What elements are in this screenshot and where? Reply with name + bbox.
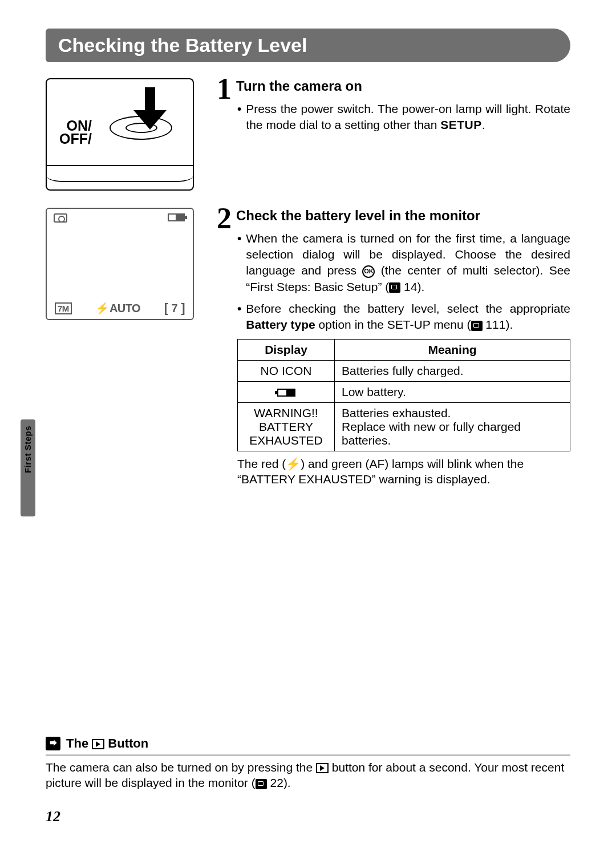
table-row: WARNING!! BATTERY EXHAUSTEDBatteries exh… (238, 402, 570, 451)
setup-mode-label: SETUP (440, 118, 482, 131)
battery-status-table: Display Meaning NO ICONBatteries fully c… (237, 339, 570, 451)
playback-button-icon (316, 763, 329, 773)
step-2-number: 2 (217, 207, 232, 231)
step-1-number: 1 (217, 77, 232, 101)
table-row: Low battery. (238, 381, 570, 402)
col-meaning: Meaning (335, 339, 570, 360)
step-2-title: Check the battery level in the monitor (236, 208, 480, 224)
col-display: Display (238, 339, 335, 360)
display-cell: WARNING!! BATTERY EXHAUSTED (238, 402, 335, 451)
off-label: OFF (59, 131, 88, 147)
info-icon (46, 737, 60, 750)
page-ref-icon (256, 779, 267, 789)
battery-icon (168, 213, 185, 221)
meaning-cell: Low battery. (335, 381, 570, 402)
table-footnote: The red (⚡) and green (AF) lamps will bl… (217, 456, 570, 487)
step-1-title: Turn the camera on (236, 78, 362, 94)
chapter-side-label: First Steps (23, 426, 33, 473)
playback-button-icon (92, 739, 104, 749)
page-ref-icon (389, 282, 400, 293)
display-cell: NO ICON (238, 360, 335, 381)
step-2-row: 7M ⚡AUTO [ 7 ] 2 Check the battery level… (46, 208, 570, 487)
step-2-bullet-1: • When the camera is turned on for the f… (237, 231, 570, 295)
ok-button-icon: OK (362, 265, 375, 278)
low-battery-icon (277, 389, 295, 397)
meaning-cell: Batteries exhausted. Replace with new or… (335, 402, 570, 451)
frame-count: 7 (172, 302, 178, 315)
illustration-power-switch: ON/ OFF/ (46, 78, 194, 191)
page-ref-icon (471, 321, 483, 331)
flash-auto-label: ⚡AUTO (72, 301, 164, 315)
table-row: NO ICONBatteries fully charged. (238, 360, 570, 381)
resolution-label: 7M (55, 302, 72, 314)
flash-bolt-icon: ⚡ (286, 457, 301, 470)
section-title: Checking the Battery Level (46, 29, 570, 62)
meaning-cell: Batteries fully charged. (335, 360, 570, 381)
page-number: 12 (46, 808, 60, 825)
camera-mode-icon (54, 213, 67, 223)
step-2-bullet-2: • Before checking the battery level, sel… (237, 301, 570, 333)
step-1-bullet: • Press the power switch. The power-on l… (237, 101, 570, 134)
footer-note: The Button The camera can also be turned… (46, 736, 570, 791)
step-1-row: ON/ OFF/ 1 Turn the camera on • (46, 78, 570, 191)
illustration-monitor: 7M ⚡AUTO [ 7 ] (46, 208, 194, 487)
display-cell (238, 381, 335, 402)
